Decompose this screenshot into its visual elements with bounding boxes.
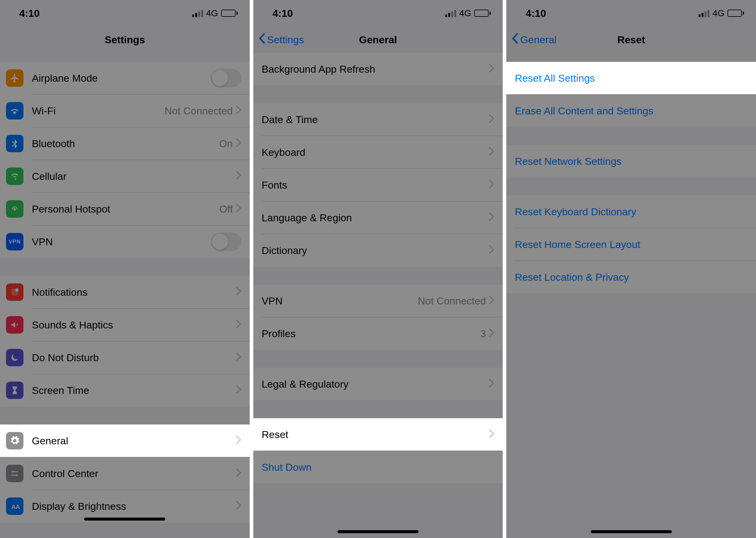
row-control-center[interactable]: Control Center <box>0 457 250 490</box>
chevron-right-icon <box>489 328 494 340</box>
row-language-region[interactable]: Language & Region <box>253 201 503 234</box>
row-personal-hotspot[interactable]: Personal Hotspot Off <box>0 193 250 225</box>
row-label: Dictionary <box>262 245 307 256</box>
battery-icon <box>221 10 238 17</box>
chevron-right-icon <box>489 179 494 191</box>
status-bar: 4:10 4G <box>0 0 250 27</box>
row-reset-location-privacy[interactable]: Reset Location & Privacy <box>506 261 756 293</box>
home-indicator[interactable] <box>591 530 672 533</box>
row-profiles[interactable]: Profiles 3 <box>253 317 503 350</box>
row-fonts[interactable]: Fonts <box>253 169 503 201</box>
row-label: Shut Down <box>262 461 312 473</box>
row-legal-regulatory[interactable]: Legal & Regulatory <box>253 368 503 400</box>
chevron-right-icon <box>489 114 494 126</box>
chevron-right-icon <box>489 378 494 390</box>
chevron-right-icon <box>236 287 241 298</box>
row-detail: Off <box>220 203 233 215</box>
row-airplane-mode[interactable]: Airplane Mode <box>0 62 250 94</box>
row-shut-down[interactable]: Shut Down <box>253 451 503 483</box>
moon-icon <box>6 349 24 366</box>
chevron-right-icon <box>236 203 241 215</box>
row-detail: Not Connected <box>418 295 486 307</box>
row-label: Language & Region <box>262 212 352 224</box>
row-wifi[interactable]: Wi-Fi Not Connected <box>0 94 250 127</box>
row-detail: 3 <box>480 328 486 340</box>
row-notifications[interactable]: Notifications <box>0 276 250 308</box>
row-general[interactable]: General <box>0 424 250 457</box>
row-sounds-haptics[interactable]: Sounds & Haptics <box>0 309 250 341</box>
bluetooth-icon <box>6 135 24 152</box>
airplane-icon <box>6 69 24 87</box>
nav-bar: Settings <box>0 27 250 53</box>
row-label: Date & Time <box>262 114 318 126</box>
signal-icon <box>445 9 456 17</box>
row-label: Display & Brightness <box>32 501 126 512</box>
row-screen-time[interactable]: Screen Time <box>0 374 250 406</box>
row-label: Notifications <box>32 287 88 298</box>
status-bar: 4:10 4G <box>253 0 503 27</box>
battery-icon <box>727 10 744 17</box>
status-bar: 4:10 4G <box>506 0 756 27</box>
row-erase-all-content[interactable]: Erase All Content and Settings <box>506 94 756 127</box>
row-label: Reset Location & Privacy <box>515 271 629 283</box>
row-reset-keyboard-dictionary[interactable]: Reset Keyboard Dictionary <box>506 195 756 228</box>
control-center-icon <box>6 465 24 482</box>
row-label: Wi-Fi <box>32 105 56 117</box>
network-label: 4G <box>206 8 218 18</box>
network-label: 4G <box>459 8 471 18</box>
row-cellular[interactable]: Cellular <box>0 160 250 192</box>
row-vpn[interactable]: VPN VPN <box>0 226 250 258</box>
row-do-not-disturb[interactable]: Do Not Disturb <box>0 341 250 374</box>
row-reset-all-settings[interactable]: Reset All Settings <box>506 62 756 94</box>
gear-icon <box>6 432 24 450</box>
screen-reset: 4:10 4G General Reset Reset All Settings… <box>506 0 756 538</box>
chevron-right-icon <box>236 319 241 331</box>
svg-rect-3 <box>11 471 18 472</box>
row-background-app-refresh[interactable]: Background App Refresh <box>253 53 503 85</box>
row-label: Reset Home Screen Layout <box>515 239 640 250</box>
display-icon: AA <box>6 498 24 515</box>
chevron-right-icon <box>489 212 494 224</box>
row-detail: Not Connected <box>165 105 233 117</box>
chevron-right-icon <box>236 171 241 182</box>
row-label: Personal Hotspot <box>32 203 110 215</box>
chevron-right-icon <box>489 245 494 256</box>
row-reset-home-screen-layout[interactable]: Reset Home Screen Layout <box>506 228 756 261</box>
row-label: Keyboard <box>262 146 306 158</box>
notifications-icon <box>6 284 24 301</box>
row-label: VPN <box>32 236 53 248</box>
svg-text:AA: AA <box>11 504 20 510</box>
row-dictionary[interactable]: Dictionary <box>253 234 503 267</box>
screen-settings: 4:10 4G Settings Airplane Mode Wi-Fi Not… <box>0 0 250 538</box>
row-label: Legal & Regulatory <box>262 378 348 390</box>
vpn-icon: VPN <box>6 233 24 250</box>
row-date-time[interactable]: Date & Time <box>253 103 503 136</box>
row-reset[interactable]: Reset <box>253 418 503 451</box>
back-button[interactable]: Settings <box>258 32 304 47</box>
status-time: 4:10 <box>19 8 40 19</box>
row-label: Erase All Content and Settings <box>515 105 653 117</box>
airplane-toggle[interactable] <box>211 69 241 87</box>
row-label: Reset Keyboard Dictionary <box>515 206 636 218</box>
row-reset-network-settings[interactable]: Reset Network Settings <box>506 145 756 178</box>
row-label: Screen Time <box>32 385 89 396</box>
back-label: Settings <box>267 34 304 46</box>
row-vpn[interactable]: VPN Not Connected <box>253 285 503 317</box>
row-label: Do Not Disturb <box>32 352 99 363</box>
signal-icon <box>699 9 710 17</box>
vpn-toggle[interactable] <box>211 232 241 251</box>
home-indicator[interactable] <box>84 517 165 520</box>
row-bluetooth[interactable]: Bluetooth On <box>0 127 250 160</box>
hourglass-icon <box>6 382 24 399</box>
battery-icon <box>474 10 491 17</box>
hotspot-icon <box>6 200 24 218</box>
row-label: Airplane Mode <box>32 72 98 84</box>
row-label: Background App Refresh <box>262 63 375 75</box>
home-indicator[interactable] <box>338 530 418 533</box>
chevron-right-icon <box>489 429 494 440</box>
row-keyboard[interactable]: Keyboard <box>253 136 503 168</box>
chevron-right-icon <box>489 146 494 158</box>
back-button[interactable]: General <box>511 32 556 47</box>
svg-point-1 <box>15 288 18 292</box>
row-label: General <box>32 435 68 447</box>
